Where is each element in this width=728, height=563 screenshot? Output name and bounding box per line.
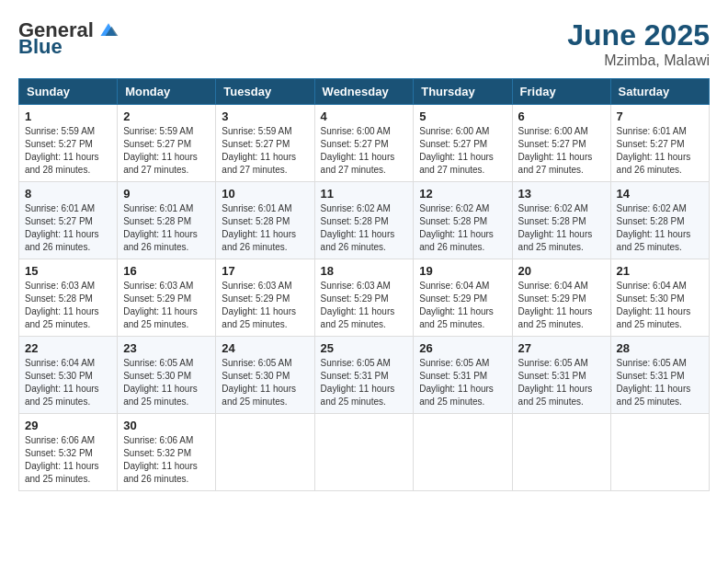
calendar-cell: 21 Sunrise: 6:04 AMSunset: 5:30 PMDaylig… [610,259,709,337]
day-info: Sunrise: 6:05 AMSunset: 5:31 PMDaylight:… [518,358,593,407]
day-number: 29 [25,419,111,432]
calendar-header-wednesday: Wednesday [314,79,414,105]
calendar-cell: 8 Sunrise: 6:01 AMSunset: 5:27 PMDayligh… [19,182,118,259]
day-info: Sunrise: 6:00 AMSunset: 5:27 PMDaylight:… [518,126,593,175]
month-year-title: June 2025 [567,18,710,52]
day-info: Sunrise: 6:05 AMSunset: 5:30 PMDaylight:… [123,358,198,407]
day-info: Sunrise: 6:05 AMSunset: 5:31 PMDaylight:… [617,358,691,407]
calendar-cell: 17 Sunrise: 6:03 AMSunset: 5:29 PMDaylig… [216,259,314,337]
calendar-cell: 27 Sunrise: 6:05 AMSunset: 5:31 PMDaylig… [512,337,610,414]
day-info: Sunrise: 6:06 AMSunset: 5:32 PMDaylight:… [25,435,99,484]
day-number: 19 [419,264,506,278]
day-info: Sunrise: 6:03 AMSunset: 5:29 PMDaylight:… [321,281,395,329]
day-info: Sunrise: 6:06 AMSunset: 5:32 PMDaylight:… [123,435,198,484]
day-number: 17 [222,264,308,278]
calendar-cell [512,414,610,491]
calendar-cell: 18 Sunrise: 6:03 AMSunset: 5:29 PMDaylig… [314,259,414,337]
day-number: 7 [617,109,703,123]
calendar-week-row: 8 Sunrise: 6:01 AMSunset: 5:27 PMDayligh… [19,182,710,259]
day-number: 20 [518,264,605,278]
day-info: Sunrise: 5:59 AMSunset: 5:27 PMDaylight:… [25,126,99,175]
day-info: Sunrise: 6:01 AMSunset: 5:27 PMDaylight:… [25,203,99,252]
calendar-cell: 20 Sunrise: 6:04 AMSunset: 5:29 PMDaylig… [512,259,610,337]
day-number: 6 [518,109,605,123]
day-number: 9 [123,187,210,201]
day-number: 10 [222,187,308,201]
day-number: 2 [123,109,210,123]
calendar-cell: 19 Sunrise: 6:04 AMSunset: 5:29 PMDaylig… [414,259,512,337]
day-number: 15 [25,264,111,278]
calendar-header-sunday: Sunday [19,79,118,105]
calendar-cell: 22 Sunrise: 6:04 AMSunset: 5:30 PMDaylig… [19,337,118,414]
day-info: Sunrise: 6:04 AMSunset: 5:29 PMDaylight:… [419,281,494,329]
day-info: Sunrise: 6:05 AMSunset: 5:31 PMDaylight:… [419,358,494,407]
day-info: Sunrise: 6:01 AMSunset: 5:28 PMDaylight:… [123,203,198,252]
calendar-header-tuesday: Tuesday [216,79,314,105]
day-number: 13 [518,187,605,201]
calendar-header-monday: Monday [118,79,216,105]
day-number: 21 [617,264,703,278]
day-info: Sunrise: 6:02 AMSunset: 5:28 PMDaylight:… [518,203,593,252]
calendar-cell: 1 Sunrise: 5:59 AMSunset: 5:27 PMDayligh… [19,105,118,182]
day-number: 3 [222,109,308,123]
calendar-cell: 5 Sunrise: 6:00 AMSunset: 5:27 PMDayligh… [414,105,512,182]
day-info: Sunrise: 6:00 AMSunset: 5:27 PMDaylight:… [321,126,395,175]
calendar-cell: 13 Sunrise: 6:02 AMSunset: 5:28 PMDaylig… [512,182,610,259]
calendar-cell [314,414,414,491]
calendar-cell [216,414,314,491]
day-info: Sunrise: 6:02 AMSunset: 5:28 PMDaylight:… [419,203,494,252]
day-info: Sunrise: 6:02 AMSunset: 5:28 PMDaylight:… [617,203,691,252]
day-info: Sunrise: 6:02 AMSunset: 5:28 PMDaylight:… [321,203,395,252]
calendar-cell: 10 Sunrise: 6:01 AMSunset: 5:28 PMDaylig… [216,182,314,259]
day-number: 8 [25,187,111,201]
day-info: Sunrise: 6:05 AMSunset: 5:30 PMDaylight:… [222,358,296,407]
calendar-cell: 30 Sunrise: 6:06 AMSunset: 5:32 PMDaylig… [118,414,216,491]
day-number: 11 [321,187,408,201]
calendar-header-saturday: Saturday [610,79,709,105]
day-number: 4 [321,109,408,123]
day-number: 25 [321,341,408,355]
day-number: 27 [518,341,605,355]
calendar-cell: 3 Sunrise: 5:59 AMSunset: 5:27 PMDayligh… [216,105,314,182]
day-number: 12 [419,187,506,201]
calendar-cell [414,414,512,491]
calendar-week-row: 1 Sunrise: 5:59 AMSunset: 5:27 PMDayligh… [19,105,710,182]
day-info: Sunrise: 6:05 AMSunset: 5:31 PMDaylight:… [321,358,395,407]
day-info: Sunrise: 6:04 AMSunset: 5:30 PMDaylight:… [25,358,99,407]
day-info: Sunrise: 5:59 AMSunset: 5:27 PMDaylight:… [123,126,198,175]
day-info: Sunrise: 5:59 AMSunset: 5:27 PMDaylight:… [222,126,296,175]
day-number: 5 [419,109,506,123]
day-info: Sunrise: 6:04 AMSunset: 5:30 PMDaylight:… [617,281,691,329]
day-number: 18 [321,264,408,278]
calendar-cell: 4 Sunrise: 6:00 AMSunset: 5:27 PMDayligh… [314,105,414,182]
calendar-cell: 11 Sunrise: 6:02 AMSunset: 5:28 PMDaylig… [314,182,414,259]
calendar-week-row: 15 Sunrise: 6:03 AMSunset: 5:28 PMDaylig… [19,259,710,337]
day-number: 30 [123,419,210,432]
calendar-header-row: SundayMondayTuesdayWednesdayThursdayFrid… [19,79,710,105]
calendar-cell: 14 Sunrise: 6:02 AMSunset: 5:28 PMDaylig… [610,182,709,259]
title-block: June 2025 Mzimba, Malawi [567,18,710,69]
page-header: General Blue June 2025 Mzimba, Malawi [18,18,710,69]
logo-icon [97,21,119,40]
day-number: 16 [123,264,210,278]
day-number: 23 [123,341,210,355]
calendar-header-thursday: Thursday [414,79,512,105]
calendar-header-friday: Friday [512,79,610,105]
calendar-cell: 28 Sunrise: 6:05 AMSunset: 5:31 PMDaylig… [610,337,709,414]
calendar-cell [610,414,709,491]
day-number: 14 [617,187,703,201]
day-number: 22 [25,341,111,355]
calendar-table: SundayMondayTuesdayWednesdayThursdayFrid… [18,78,710,491]
logo: General Blue [18,18,119,59]
day-info: Sunrise: 6:03 AMSunset: 5:28 PMDaylight:… [25,281,99,329]
calendar-cell: 23 Sunrise: 6:05 AMSunset: 5:30 PMDaylig… [118,337,216,414]
day-number: 26 [419,341,506,355]
calendar-week-row: 29 Sunrise: 6:06 AMSunset: 5:32 PMDaylig… [19,414,710,491]
calendar-cell: 16 Sunrise: 6:03 AMSunset: 5:29 PMDaylig… [118,259,216,337]
calendar-cell: 12 Sunrise: 6:02 AMSunset: 5:28 PMDaylig… [414,182,512,259]
calendar-cell: 25 Sunrise: 6:05 AMSunset: 5:31 PMDaylig… [314,337,414,414]
logo-blue-text: Blue [18,35,63,59]
day-info: Sunrise: 6:01 AMSunset: 5:27 PMDaylight:… [617,126,691,175]
calendar-cell: 6 Sunrise: 6:00 AMSunset: 5:27 PMDayligh… [512,105,610,182]
day-info: Sunrise: 6:01 AMSunset: 5:28 PMDaylight:… [222,203,296,252]
